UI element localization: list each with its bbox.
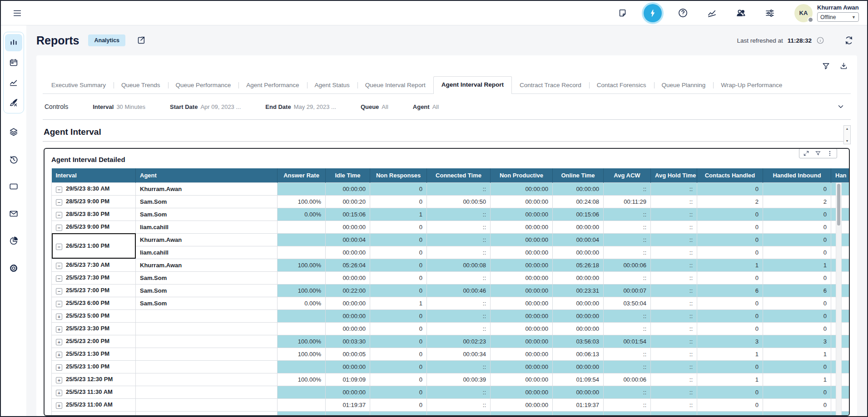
metric-cell[interactable]: 2 — [370, 411, 427, 416]
tab-wrap-up-performance[interactable]: Wrap-Up Performance — [713, 77, 790, 93]
panel-filter-icon[interactable] — [815, 150, 821, 157]
metric-cell[interactable]: 0 — [697, 360, 763, 373]
metric-cell[interactable]: 0 — [697, 297, 763, 309]
metric-cell[interactable]: :: — [651, 182, 697, 195]
metric-cell[interactable]: 00:23:31 — [553, 284, 604, 297]
metric-cell[interactable]: 0.00% — [278, 297, 326, 309]
metric-cell[interactable]: 0 — [370, 182, 427, 195]
calendar-icon[interactable] — [5, 54, 22, 71]
expand-icon[interactable]: + — [56, 402, 62, 409]
metric-cell[interactable]: 0 — [763, 208, 831, 221]
metric-cell[interactable]: :: — [427, 297, 491, 309]
metric-cell[interactable]: 05:26:04 — [326, 259, 370, 271]
metric-cell[interactable]: 2 — [697, 411, 763, 416]
metric-cell[interactable]: 00:00:57 — [427, 411, 491, 416]
metric-cell[interactable] — [278, 398, 326, 411]
metric-cell[interactable]: :: — [604, 348, 651, 360]
metric-cell[interactable] — [278, 309, 326, 322]
metric-cell[interactable]: 00:00:00 — [553, 322, 604, 335]
metric-cell[interactable] — [278, 182, 326, 195]
expand-icon[interactable]: + — [56, 377, 62, 383]
metric-cell[interactable]: 00:03:30 — [326, 335, 370, 348]
metric-cell[interactable]: 0 — [370, 284, 427, 297]
control-interval[interactable]: Interval30 Minutes — [93, 103, 145, 110]
column-header-non-productive[interactable]: Non Productive — [491, 168, 553, 182]
tab-queue-trends[interactable]: Queue Trends — [114, 77, 168, 93]
controls-chevron-down-icon[interactable] — [833, 98, 849, 115]
metric-cell[interactable]: 0 — [370, 322, 427, 335]
metric-cell[interactable]: 0 — [763, 246, 831, 259]
metric-cell[interactable]: 00:11:29 — [604, 195, 651, 208]
agent-cell[interactable]: Sam.Som — [136, 208, 278, 221]
metric-cell[interactable]: 0 — [370, 195, 427, 208]
pie-chart-icon[interactable] — [5, 232, 22, 250]
metric-cell[interactable]: :: — [651, 221, 697, 233]
flash-icon[interactable] — [644, 4, 662, 22]
window-icon[interactable] — [5, 178, 22, 195]
external-link-icon[interactable] — [133, 32, 149, 49]
metric-cell[interactable]: :: — [651, 398, 697, 411]
collapse-icon[interactable]: − — [56, 244, 62, 250]
metric-cell[interactable]: 00:15:06 — [553, 208, 604, 221]
metric-cell[interactable]: 00:02:23 — [427, 335, 491, 348]
metric-cell[interactable]: 00:00:00 — [491, 348, 553, 360]
metric-cell[interactable]: 00:00:00 — [491, 322, 553, 335]
agent-cell[interactable] — [136, 386, 278, 398]
interval-cell[interactable]: −25/5/23 7:00 PM — [52, 284, 136, 297]
metric-cell[interactable]: 03:56:03 — [553, 335, 604, 348]
metric-cell[interactable]: :: — [651, 386, 697, 398]
agent-cell[interactable]: Sam.Som — [136, 271, 278, 284]
tab-contact-forensics[interactable]: Contact Forensics — [589, 77, 654, 93]
agent-cell[interactable] — [136, 322, 278, 335]
metric-cell[interactable]: 00:01:54 — [604, 335, 651, 348]
metric-cell[interactable]: 0 — [697, 398, 763, 411]
agent-cell[interactable]: liam.cahill — [136, 221, 278, 233]
agent-cell[interactable] — [136, 309, 278, 322]
interval-cell[interactable]: −26/5/23 1:00 PM — [52, 233, 136, 259]
metric-cell[interactable]: 100.00% — [278, 284, 326, 297]
metric-cell[interactable]: :: — [651, 335, 697, 348]
analytics-icon[interactable] — [704, 5, 720, 21]
column-header-non-responses[interactable]: Non Responses — [370, 168, 427, 182]
metric-cell[interactable]: 0 — [697, 322, 763, 335]
section-scrollbar[interactable]: ▲ ▼ — [843, 125, 851, 144]
metric-cell[interactable]: 6 — [697, 284, 763, 297]
metric-cell[interactable]: 00:00:00 — [326, 309, 370, 322]
metric-cell[interactable] — [278, 221, 326, 233]
collapse-icon[interactable]: − — [56, 301, 62, 307]
metric-cell[interactable]: 0 — [697, 182, 763, 195]
metric-cell[interactable]: 00:00:00 — [326, 221, 370, 233]
metric-cell[interactable]: 00:15:06 — [326, 208, 370, 221]
kebab-menu-icon[interactable] — [827, 150, 833, 157]
scroll-down-icon[interactable]: ▼ — [846, 139, 849, 142]
metric-cell[interactable]: 00:00:00 — [326, 297, 370, 309]
metric-cell[interactable]: :: — [651, 195, 697, 208]
metric-cell[interactable]: :: — [427, 221, 491, 233]
metric-cell[interactable]: 00:00:00 — [491, 411, 553, 416]
metric-cell[interactable]: 00:00:34 — [427, 348, 491, 360]
metric-cell[interactable]: 00:00:00 — [491, 246, 553, 259]
metric-cell[interactable]: 0 — [697, 386, 763, 398]
metric-cell[interactable]: 0 — [370, 259, 427, 271]
tab-contract-trace-record[interactable]: Contract Trace Record — [512, 77, 589, 93]
expand-icon[interactable]: + — [56, 364, 62, 371]
metric-cell[interactable]: 50.00% — [278, 411, 326, 416]
column-header-avg-acw[interactable]: Avg ACW — [604, 168, 651, 182]
metric-cell[interactable] — [278, 233, 326, 246]
layers-icon[interactable] — [5, 123, 22, 141]
metric-cell[interactable]: 01:09:54 — [553, 373, 604, 386]
metric-cell[interactable] — [278, 246, 326, 259]
interval-cell[interactable]: +25/5/23 11:00 AM — [52, 398, 136, 411]
tab-agent-interval-report[interactable]: Agent Interval Report — [433, 76, 512, 94]
metric-cell[interactable]: 00:00:00 — [491, 221, 553, 233]
status-select[interactable]: Offline ▼ — [817, 12, 859, 22]
agent-cell[interactable] — [136, 335, 278, 348]
metric-cell[interactable]: 1 — [697, 259, 763, 271]
metric-cell[interactable] — [278, 386, 326, 398]
metric-cell[interactable]: 00:00:46 — [427, 284, 491, 297]
metric-cell[interactable]: 1 — [763, 373, 831, 386]
preferences-icon[interactable] — [762, 5, 778, 21]
metric-cell[interactable]: 0 — [763, 360, 831, 373]
interval-cell[interactable]: +25/5/23 5:00 PM — [52, 309, 136, 322]
metric-cell[interactable]: 0 — [763, 221, 831, 233]
